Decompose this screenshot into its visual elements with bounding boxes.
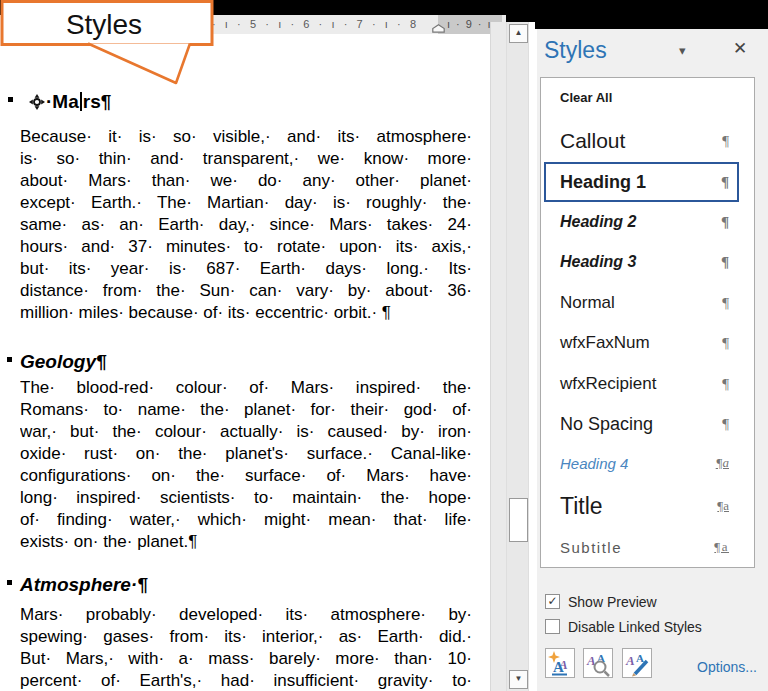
heading-atmosphere[interactable]: Atmosphere·¶ (20, 572, 472, 598)
style-label: Subtitle (560, 539, 622, 556)
style-inspector-icon: A A (584, 649, 612, 677)
manage-styles-button[interactable]: A A (622, 648, 652, 678)
text-line[interactable]: million· miles· because· of· its· eccent… (20, 302, 472, 324)
paragraph-properties-mark (7, 580, 12, 585)
disable-linked-styles-label: Disable Linked Styles (568, 619, 702, 635)
show-preview-checkbox[interactable]: ✓ (545, 594, 560, 609)
svg-text:A: A (553, 659, 564, 675)
paragraph-properties-mark (8, 97, 13, 102)
style-label: Callout (560, 129, 625, 153)
style-item-heading3[interactable]: Heading 3 ¶ (544, 242, 739, 282)
scroll-down-button[interactable]: ▼ (509, 670, 528, 689)
disable-linked-styles-checkbox[interactable] (545, 619, 560, 634)
scroll-up-button[interactable]: ▲ (509, 24, 528, 43)
style-label: Heading 1 (560, 172, 646, 193)
paragraph-properties-mark (7, 357, 12, 362)
object-anchor-icon (29, 94, 45, 110)
styles-pane-title: Styles (544, 37, 607, 64)
text-line[interactable]: oxide· rust· on· the· planet's· surface.… (20, 443, 472, 465)
text-line[interactable]: long· inspired· scientists· to· maintain… (20, 487, 472, 509)
paragraph-style-mark: ¶ (722, 335, 729, 352)
text-line[interactable]: is· so· thin· and· transparent,· we· kno… (20, 148, 472, 170)
disable-linked-styles-row[interactable]: Disable Linked Styles (545, 618, 702, 635)
style-item-callout[interactable]: Callout ¶ (544, 121, 739, 161)
style-label: Normal (560, 293, 615, 313)
right-indent-marker[interactable] (432, 24, 445, 33)
linked-style-mark: ¶a (717, 498, 729, 514)
style-item-wfxfaxnum[interactable]: wfxFaxNum ¶ (544, 323, 739, 363)
heading-text: Atmosphere·¶ (20, 574, 148, 595)
paragraph-style-mark: ¶ (722, 133, 729, 150)
show-preview-row[interactable]: ✓ Show Preview (545, 593, 657, 610)
style-label: wfxFaxNum (560, 333, 650, 353)
new-style-button[interactable]: A A (545, 648, 575, 678)
pane-close-icon[interactable]: ✕ (733, 38, 747, 59)
paragraph-style-mark: ¶ (722, 295, 729, 312)
show-preview-label: Show Preview (568, 594, 657, 610)
text-line[interactable]: The· blood-red· colour· of· Mars· inspir… (20, 377, 472, 399)
heading-text: rs¶ (83, 91, 112, 112)
text-line[interactable]: spewing· gases· from· its· interior,· as… (20, 626, 472, 648)
heading-mars[interactable]: ·Mars¶ (20, 89, 481, 115)
clear-all-button[interactable]: Clear All (544, 82, 739, 112)
insertion-caret (80, 92, 82, 111)
paragraph-style-mark: ¶ (722, 376, 729, 393)
style-item-normal[interactable]: Normal ¶ (544, 283, 739, 323)
paragraph-mars[interactable]: Because· it· is· so· visible,· and· its·… (20, 126, 472, 324)
text-line[interactable]: about· Mars· than· we· do· any· other· p… (20, 170, 472, 192)
paragraph-geology[interactable]: The· blood-red· colour· of· Mars· inspir… (20, 377, 472, 553)
pane-dropdown-icon[interactable]: ▾ (679, 43, 686, 58)
style-label: No Spacing (560, 414, 653, 435)
styles-list: Clear All Callout ¶ Heading 1 ¶ Heading … (540, 77, 755, 568)
svg-text:A: A (625, 653, 635, 668)
text-line[interactable]: except· Earth.· The· Martian· day· is· r… (20, 192, 472, 214)
paragraph-style-mark: ¶ (721, 174, 729, 191)
linked-style-mark: ¶a (716, 455, 729, 471)
styles-callout: Styles (0, 0, 216, 92)
style-item-wfxrecipient[interactable]: wfxRecipient ¶ (544, 364, 739, 404)
text-line[interactable]: Because· it· is· so· visible,· and· its·… (20, 126, 472, 148)
text-line[interactable]: exists· on· the· planet.¶ (20, 531, 472, 553)
text-line[interactable]: percent· of· Earth's,· had· insufficient… (20, 670, 472, 691)
text-line[interactable]: Mars· probably· developed· its· atmosphe… (20, 604, 472, 626)
style-item-heading2[interactable]: Heading 2 ¶ (544, 202, 739, 242)
styles-pane: Styles ▾ ✕ Clear All Callout ¶ Heading 1… (537, 29, 768, 691)
style-label: Heading 2 (560, 213, 636, 231)
style-label: wfxRecipient (560, 374, 656, 394)
heading-geology[interactable]: Geology¶ (20, 349, 472, 375)
text-line[interactable]: of· finding· water,· which· might· mean·… (20, 509, 472, 531)
text-line[interactable]: same· as· an· Earth· day,· since· Mars· … (20, 214, 472, 236)
clear-all-label: Clear All (560, 90, 612, 105)
window-chrome-strip (535, 0, 768, 29)
svg-text:A: A (636, 652, 644, 664)
heading-text: Ma (52, 91, 78, 112)
style-label: Heading 4 (560, 455, 628, 472)
style-label: Title (560, 493, 603, 520)
page-margin-gutter (490, 22, 507, 691)
text-line[interactable]: war,· but· the· colour· actually· is· ca… (20, 421, 472, 443)
style-item-heading4[interactable]: Heading 4 ¶a (544, 443, 739, 483)
text-line[interactable]: hours· and· 37· minutes· to· rotate· upo… (20, 236, 472, 258)
text-line[interactable]: configurations· on· the· surface· of· Ma… (20, 465, 472, 487)
paragraph-style-mark: ¶ (722, 416, 729, 433)
document-scrollbar[interactable]: ▲ ▼ (506, 22, 529, 691)
new-style-icon: A A (546, 649, 574, 677)
style-inspector-button[interactable]: A A (583, 648, 613, 678)
word-window: ·ı·5·ı·6·ı·7·ı·8 ı·9·ı· ·Mars¶ Because· … (0, 0, 768, 691)
text-line[interactable]: distance· from· the· Sun· can· vary· by·… (20, 280, 472, 302)
style-label: Heading 3 (560, 253, 636, 271)
document-page[interactable]: ·Mars¶ Because· it· is· so· visible,· an… (0, 34, 490, 691)
text-line[interactable]: but· its· year· is· 687· Earth· days· lo… (20, 258, 472, 280)
style-item-nospacing[interactable]: No Spacing ¶ (544, 404, 739, 444)
options-link[interactable]: Options... (697, 659, 757, 675)
paragraph-atmosphere[interactable]: Mars· probably· developed· its· atmosphe… (20, 604, 472, 691)
style-item-heading1-selected[interactable]: Heading 1 ¶ (544, 162, 739, 202)
paragraph-style-mark: ¶ (722, 214, 730, 231)
scrollbar-thumb[interactable] (509, 498, 528, 542)
heading-text: Geology¶ (20, 351, 107, 372)
paragraph-style-mark: ¶ (722, 254, 730, 271)
text-line[interactable]: But· Mars,· with· a· mass· barely· more·… (20, 648, 472, 670)
style-item-title[interactable]: Title ¶a (544, 486, 739, 526)
style-item-subtitle[interactable]: Subtitle ¶a (544, 527, 739, 567)
text-line[interactable]: Romans· to· name· the· planet· for· thei… (20, 399, 472, 421)
